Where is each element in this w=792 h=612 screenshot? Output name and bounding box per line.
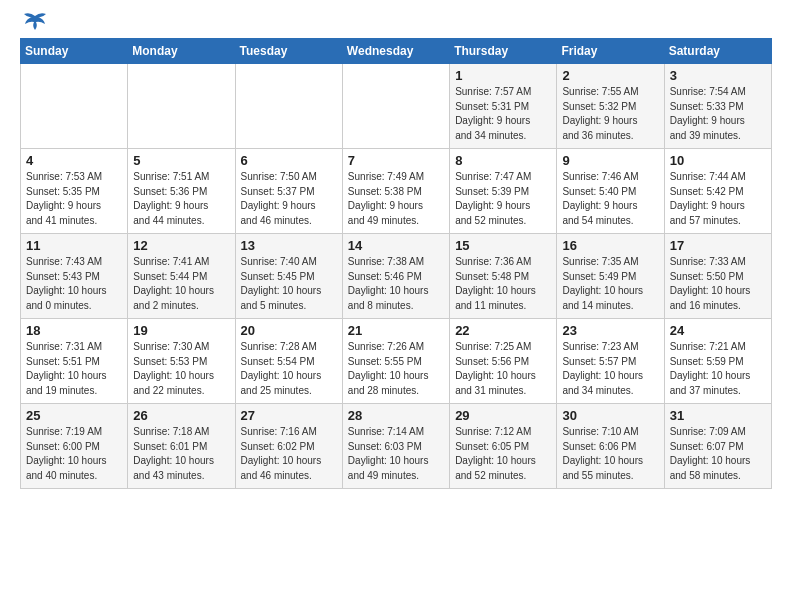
calendar-cell: 23Sunrise: 7:23 AM Sunset: 5:57 PM Dayli… (557, 319, 664, 404)
day-info: Sunrise: 7:28 AM Sunset: 5:54 PM Dayligh… (241, 340, 337, 398)
day-number: 30 (562, 408, 658, 423)
day-info: Sunrise: 7:26 AM Sunset: 5:55 PM Dayligh… (348, 340, 444, 398)
day-number: 17 (670, 238, 766, 253)
day-info: Sunrise: 7:40 AM Sunset: 5:45 PM Dayligh… (241, 255, 337, 313)
calendar-cell: 11Sunrise: 7:43 AM Sunset: 5:43 PM Dayli… (21, 234, 128, 319)
day-number: 23 (562, 323, 658, 338)
calendar-cell: 26Sunrise: 7:18 AM Sunset: 6:01 PM Dayli… (128, 404, 235, 489)
day-info: Sunrise: 7:14 AM Sunset: 6:03 PM Dayligh… (348, 425, 444, 483)
day-info: Sunrise: 7:09 AM Sunset: 6:07 PM Dayligh… (670, 425, 766, 483)
day-info: Sunrise: 7:44 AM Sunset: 5:42 PM Dayligh… (670, 170, 766, 228)
day-number: 5 (133, 153, 229, 168)
day-info: Sunrise: 7:36 AM Sunset: 5:48 PM Dayligh… (455, 255, 551, 313)
day-info: Sunrise: 7:50 AM Sunset: 5:37 PM Dayligh… (241, 170, 337, 228)
calendar-cell: 13Sunrise: 7:40 AM Sunset: 5:45 PM Dayli… (235, 234, 342, 319)
day-number: 11 (26, 238, 122, 253)
column-header-friday: Friday (557, 39, 664, 64)
column-header-tuesday: Tuesday (235, 39, 342, 64)
day-info: Sunrise: 7:18 AM Sunset: 6:01 PM Dayligh… (133, 425, 229, 483)
calendar-cell: 31Sunrise: 7:09 AM Sunset: 6:07 PM Dayli… (664, 404, 771, 489)
day-number: 25 (26, 408, 122, 423)
calendar-week-row: 18Sunrise: 7:31 AM Sunset: 5:51 PM Dayli… (21, 319, 772, 404)
calendar-cell: 22Sunrise: 7:25 AM Sunset: 5:56 PM Dayli… (450, 319, 557, 404)
day-number: 27 (241, 408, 337, 423)
day-number: 16 (562, 238, 658, 253)
day-info: Sunrise: 7:47 AM Sunset: 5:39 PM Dayligh… (455, 170, 551, 228)
day-info: Sunrise: 7:25 AM Sunset: 5:56 PM Dayligh… (455, 340, 551, 398)
calendar-cell: 14Sunrise: 7:38 AM Sunset: 5:46 PM Dayli… (342, 234, 449, 319)
calendar-cell (342, 64, 449, 149)
calendar-cell: 27Sunrise: 7:16 AM Sunset: 6:02 PM Dayli… (235, 404, 342, 489)
calendar-cell: 4Sunrise: 7:53 AM Sunset: 5:35 PM Daylig… (21, 149, 128, 234)
calendar-week-row: 4Sunrise: 7:53 AM Sunset: 5:35 PM Daylig… (21, 149, 772, 234)
day-number: 29 (455, 408, 551, 423)
day-number: 13 (241, 238, 337, 253)
day-number: 21 (348, 323, 444, 338)
column-header-thursday: Thursday (450, 39, 557, 64)
day-info: Sunrise: 7:38 AM Sunset: 5:46 PM Dayligh… (348, 255, 444, 313)
calendar-cell: 29Sunrise: 7:12 AM Sunset: 6:05 PM Dayli… (450, 404, 557, 489)
calendar-cell (235, 64, 342, 149)
calendar-cell: 6Sunrise: 7:50 AM Sunset: 5:37 PM Daylig… (235, 149, 342, 234)
day-number: 22 (455, 323, 551, 338)
day-info: Sunrise: 7:41 AM Sunset: 5:44 PM Dayligh… (133, 255, 229, 313)
calendar-cell: 30Sunrise: 7:10 AM Sunset: 6:06 PM Dayli… (557, 404, 664, 489)
calendar-week-row: 11Sunrise: 7:43 AM Sunset: 5:43 PM Dayli… (21, 234, 772, 319)
calendar-cell: 1Sunrise: 7:57 AM Sunset: 5:31 PM Daylig… (450, 64, 557, 149)
day-info: Sunrise: 7:16 AM Sunset: 6:02 PM Dayligh… (241, 425, 337, 483)
day-info: Sunrise: 7:21 AM Sunset: 5:59 PM Dayligh… (670, 340, 766, 398)
day-number: 10 (670, 153, 766, 168)
calendar-cell: 2Sunrise: 7:55 AM Sunset: 5:32 PM Daylig… (557, 64, 664, 149)
calendar-cell: 20Sunrise: 7:28 AM Sunset: 5:54 PM Dayli… (235, 319, 342, 404)
column-header-saturday: Saturday (664, 39, 771, 64)
calendar-cell: 17Sunrise: 7:33 AM Sunset: 5:50 PM Dayli… (664, 234, 771, 319)
day-number: 31 (670, 408, 766, 423)
calendar-cell: 8Sunrise: 7:47 AM Sunset: 5:39 PM Daylig… (450, 149, 557, 234)
calendar-cell (128, 64, 235, 149)
day-number: 28 (348, 408, 444, 423)
calendar-cell: 16Sunrise: 7:35 AM Sunset: 5:49 PM Dayli… (557, 234, 664, 319)
day-info: Sunrise: 7:10 AM Sunset: 6:06 PM Dayligh… (562, 425, 658, 483)
calendar-cell: 18Sunrise: 7:31 AM Sunset: 5:51 PM Dayli… (21, 319, 128, 404)
day-number: 15 (455, 238, 551, 253)
day-number: 26 (133, 408, 229, 423)
day-info: Sunrise: 7:12 AM Sunset: 6:05 PM Dayligh… (455, 425, 551, 483)
calendar-cell: 9Sunrise: 7:46 AM Sunset: 5:40 PM Daylig… (557, 149, 664, 234)
calendar-cell: 10Sunrise: 7:44 AM Sunset: 5:42 PM Dayli… (664, 149, 771, 234)
calendar-cell: 21Sunrise: 7:26 AM Sunset: 5:55 PM Dayli… (342, 319, 449, 404)
day-number: 8 (455, 153, 551, 168)
day-info: Sunrise: 7:53 AM Sunset: 5:35 PM Dayligh… (26, 170, 122, 228)
day-number: 14 (348, 238, 444, 253)
calendar-cell: 5Sunrise: 7:51 AM Sunset: 5:36 PM Daylig… (128, 149, 235, 234)
day-info: Sunrise: 7:43 AM Sunset: 5:43 PM Dayligh… (26, 255, 122, 313)
day-number: 12 (133, 238, 229, 253)
logo-bird-icon (22, 12, 48, 34)
logo (20, 16, 48, 30)
calendar-cell: 12Sunrise: 7:41 AM Sunset: 5:44 PM Dayli… (128, 234, 235, 319)
day-info: Sunrise: 7:31 AM Sunset: 5:51 PM Dayligh… (26, 340, 122, 398)
day-number: 24 (670, 323, 766, 338)
calendar-week-row: 1Sunrise: 7:57 AM Sunset: 5:31 PM Daylig… (21, 64, 772, 149)
day-number: 18 (26, 323, 122, 338)
day-info: Sunrise: 7:46 AM Sunset: 5:40 PM Dayligh… (562, 170, 658, 228)
calendar-header-row: SundayMondayTuesdayWednesdayThursdayFrid… (21, 39, 772, 64)
day-number: 2 (562, 68, 658, 83)
column-header-wednesday: Wednesday (342, 39, 449, 64)
day-info: Sunrise: 7:54 AM Sunset: 5:33 PM Dayligh… (670, 85, 766, 143)
day-number: 19 (133, 323, 229, 338)
column-header-sunday: Sunday (21, 39, 128, 64)
day-info: Sunrise: 7:19 AM Sunset: 6:00 PM Dayligh… (26, 425, 122, 483)
day-number: 6 (241, 153, 337, 168)
day-info: Sunrise: 7:30 AM Sunset: 5:53 PM Dayligh… (133, 340, 229, 398)
day-number: 4 (26, 153, 122, 168)
column-header-monday: Monday (128, 39, 235, 64)
calendar-cell: 25Sunrise: 7:19 AM Sunset: 6:00 PM Dayli… (21, 404, 128, 489)
day-number: 20 (241, 323, 337, 338)
day-info: Sunrise: 7:33 AM Sunset: 5:50 PM Dayligh… (670, 255, 766, 313)
calendar-cell: 19Sunrise: 7:30 AM Sunset: 5:53 PM Dayli… (128, 319, 235, 404)
calendar-cell: 24Sunrise: 7:21 AM Sunset: 5:59 PM Dayli… (664, 319, 771, 404)
day-info: Sunrise: 7:55 AM Sunset: 5:32 PM Dayligh… (562, 85, 658, 143)
calendar-week-row: 25Sunrise: 7:19 AM Sunset: 6:00 PM Dayli… (21, 404, 772, 489)
day-number: 1 (455, 68, 551, 83)
calendar-cell (21, 64, 128, 149)
